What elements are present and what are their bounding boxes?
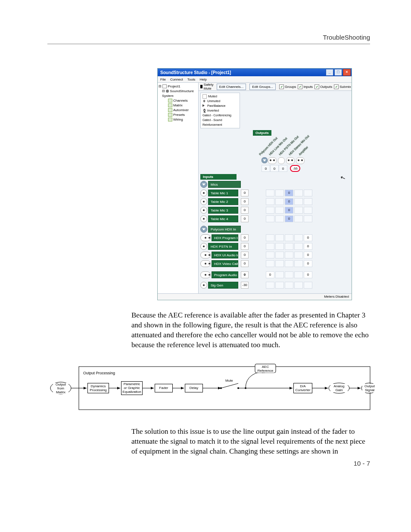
mono-toggle[interactable] — [200, 198, 207, 205]
matrix-cell[interactable] — [304, 190, 312, 196]
matrix-cell[interactable] — [275, 252, 284, 258]
group-toggle-icon[interactable] — [200, 181, 207, 188]
output-value[interactable]: 0 — [270, 165, 279, 172]
matrix-cell[interactable] — [294, 215, 303, 222]
stereo-toggle[interactable] — [200, 234, 211, 241]
matrix-crosspoint[interactable]: 0 — [285, 207, 293, 214]
matrix-cell[interactable] — [285, 271, 293, 278]
matrix-cell[interactable] — [294, 234, 303, 241]
matrix-cell[interactable] — [294, 207, 303, 214]
mono-toggle[interactable] — [200, 243, 207, 250]
group-row-hdx[interactable]: Polycom HDX In — [200, 225, 352, 233]
close-icon[interactable]: × — [343, 69, 351, 76]
channel-name[interactable]: Table Mic 3 — [208, 207, 238, 214]
matrix-cell[interactable] — [275, 271, 284, 278]
channel-name[interactable]: HDX Video Call In — [212, 260, 238, 267]
stereo-toggle[interactable] — [268, 157, 277, 164]
safety-mute[interactable]: Safety Mute — [200, 83, 215, 90]
fader-value[interactable]: 0 — [241, 207, 249, 214]
matrix-cell[interactable] — [285, 234, 293, 241]
tree-channels[interactable]: Channels — [168, 98, 197, 103]
matrix-cell[interactable] — [266, 243, 274, 250]
outputs-checkbox[interactable]: Outputs — [314, 84, 332, 89]
channel-name[interactable]: Table Mic 2 — [208, 198, 238, 205]
fader-value[interactable]: 0 — [241, 190, 249, 196]
matrix-crosspoint[interactable]: 0 — [285, 215, 293, 222]
matrix-cell[interactable] — [294, 198, 303, 205]
channel-name[interactable]: Table Mic 1 — [208, 190, 238, 196]
fader-value[interactable]: 0 — [241, 243, 249, 250]
tree-system[interactable]: ⊟ SoundStructure System — [162, 89, 197, 98]
fader-value[interactable]: 0 — [241, 234, 249, 241]
output-value[interactable]: 0 — [262, 165, 270, 172]
mono-toggle[interactable] — [278, 157, 285, 164]
mono-toggle[interactable] — [200, 215, 207, 222]
menu-file[interactable]: File — [160, 78, 166, 81]
stereo-toggle[interactable] — [200, 271, 211, 278]
fader-value[interactable]: 0 — [241, 215, 249, 222]
matrix-cell[interactable] — [266, 234, 274, 241]
matrix-cell[interactable] — [275, 243, 284, 250]
matrix-cell[interactable] — [294, 190, 303, 196]
matrix-cell[interactable] — [294, 252, 303, 258]
inputs-checkbox[interactable]: Inputs — [298, 84, 313, 89]
matrix-cell[interactable] — [266, 190, 274, 196]
edit-channels-button[interactable]: Edit Channels... — [217, 84, 246, 90]
matrix-crosspoint[interactable]: 0 — [304, 252, 312, 258]
matrix-cell[interactable] — [285, 243, 293, 250]
channel-name[interactable]: Program Audio — [212, 271, 238, 278]
fader-value[interactable]: -30 — [241, 282, 249, 289]
tree-wiring[interactable]: Wiring — [168, 117, 197, 122]
mono-toggle[interactable] — [200, 190, 207, 196]
fader-value[interactable]: 0 — [241, 198, 249, 205]
matrix-cell[interactable] — [275, 234, 284, 241]
matrix-cell[interactable] — [266, 282, 274, 289]
matrix-cell[interactable] — [294, 243, 303, 250]
tree-presets[interactable]: Presets — [168, 112, 197, 117]
fader-value[interactable]: 0 — [241, 271, 249, 278]
menu-help[interactable]: Help — [199, 78, 206, 81]
matrix-cell[interactable] — [275, 198, 284, 205]
matrix-cell[interactable] — [285, 252, 293, 258]
stereo-toggle[interactable] — [200, 252, 211, 258]
matrix-cell[interactable] — [294, 282, 303, 289]
channel-name[interactable]: HDX PSTN In — [208, 243, 238, 250]
matrix-cell[interactable] — [275, 207, 284, 214]
matrix-cell[interactable] — [266, 252, 274, 258]
matrix-cell[interactable] — [304, 282, 312, 289]
matrix-crosspoint[interactable]: 0 — [304, 243, 312, 250]
matrix-cell[interactable] — [275, 215, 284, 222]
matrix-crosspoint[interactable]: 0 — [285, 190, 293, 196]
group-toggle-icon[interactable] — [200, 226, 207, 233]
channel-name[interactable]: HDX Program In — [212, 234, 238, 241]
matrix-cell[interactable] — [285, 282, 293, 289]
matrix-cell[interactable] — [304, 207, 312, 214]
tree-matrix[interactable]: Matrix — [168, 103, 197, 108]
matrix-cell[interactable] — [266, 198, 274, 205]
stereo-toggle[interactable] — [286, 157, 295, 164]
group-row-mics[interactable]: Mics — [200, 180, 352, 188]
matrix-cell[interactable] — [266, 260, 274, 267]
matrix-cell[interactable] — [294, 271, 303, 278]
submix-checkbox[interactable]: Submix — [334, 84, 351, 89]
stereo-toggle[interactable] — [200, 260, 211, 267]
matrix-cell[interactable] — [275, 282, 284, 289]
fader-value[interactable]: 0 — [241, 252, 249, 258]
matrix-cell[interactable] — [266, 207, 274, 214]
matrix-crosspoint[interactable]: 0 — [304, 271, 312, 278]
mono-toggle[interactable] — [200, 282, 207, 289]
output-value-highlighted[interactable]: -55 — [290, 165, 300, 172]
matrix-cell[interactable] — [275, 190, 284, 196]
tree-automixer[interactable]: Automixer — [168, 108, 197, 112]
stereo-toggle[interactable] — [296, 157, 305, 164]
matrix-crosspoint[interactable]: 0 — [304, 260, 312, 267]
menu-connect[interactable]: Connect — [170, 78, 183, 81]
matrix-crosspoint[interactable]: 0 — [304, 234, 312, 241]
matrix-cell[interactable] — [285, 260, 293, 267]
matrix-crosspoint[interactable]: 0 — [266, 271, 274, 278]
minimize-icon[interactable]: _ — [326, 69, 333, 76]
channel-name[interactable]: Sig Gen — [208, 282, 238, 289]
matrix-cell[interactable] — [304, 215, 312, 222]
maximize-icon[interactable]: □ — [334, 69, 342, 76]
edit-groups-button[interactable]: Edit Groups... — [249, 84, 276, 90]
